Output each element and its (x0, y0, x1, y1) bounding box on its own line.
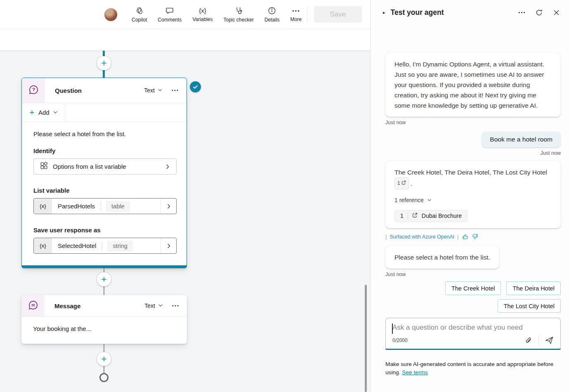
message-timestamp: Just now (385, 120, 561, 125)
divider: | (385, 234, 387, 240)
toolbar-item-copilot[interactable]: Copilot (132, 6, 147, 23)
suggested-actions-row: The Creek Hotel The Deira Hotel (385, 281, 561, 295)
identify-select[interactable]: Options from a list variable (33, 158, 177, 175)
message-more-button[interactable] (172, 305, 179, 307)
question-prompt-text[interactable]: Please select a hotel from the list. (33, 130, 177, 137)
chat-input[interactable] (392, 324, 554, 332)
toolbar-item-comments[interactable]: Comments (158, 6, 182, 23)
previous-node-cutoff (0, 29, 370, 51)
divider: | (457, 234, 458, 240)
chat-input-box: 0/2000 (385, 318, 561, 350)
reference-index: 1 (400, 211, 404, 221)
question-node[interactable]: ? Question Text (21, 78, 187, 268)
divider (538, 335, 539, 346)
ai-disclosure-row: | Surfaced with Azure OpenAI | (385, 233, 561, 240)
add-button[interactable]: Add (22, 103, 66, 122)
svg-text:?: ? (32, 87, 35, 92)
citation-number: 1 (397, 178, 400, 189)
toolbar-label: More (290, 17, 302, 22)
message-node-header: Message Text (21, 295, 187, 317)
chat-input-footer: 0/2000 (392, 335, 554, 346)
message-node-icon-cell (21, 295, 45, 316)
suggestion-lost-city-hotel[interactable]: The Lost City Hotel (498, 299, 561, 313)
attach-file-icon[interactable] (524, 336, 533, 345)
authoring-section: Copilot Comments {x} Variables (0, 0, 370, 392)
panel-more-button[interactable] (518, 12, 525, 14)
toolbar-label: Comments (158, 17, 182, 23)
toolbar-label: Copilot (132, 17, 147, 23)
topic-checker-icon (234, 6, 243, 15)
variables-icon: {x} (199, 7, 206, 15)
save-button[interactable]: Save (314, 6, 362, 23)
question-bubble-icon: ? (28, 84, 39, 97)
suggestion-deira-hotel[interactable]: The Deira Hotel (506, 281, 561, 295)
question-node-title: Question (55, 87, 144, 94)
details-icon (267, 6, 276, 15)
insert-node-button[interactable] (97, 272, 111, 286)
save-response-label: Save user response as (33, 227, 177, 234)
chevron-down-icon (427, 195, 432, 205)
insert-node-button[interactable] (97, 56, 111, 70)
message-body-text[interactable]: Your booking at the... (21, 317, 187, 332)
message-bubble-icon (28, 300, 39, 312)
variable-token-icon: {x} (34, 198, 52, 214)
save-response-type-badge: string (107, 241, 132, 251)
chevron-right-icon (165, 164, 170, 170)
save-response-field[interactable]: {x} SelectedHotel string (33, 238, 177, 254)
node-saved-check-icon (190, 81, 201, 92)
surfaced-with-azure-link[interactable]: Surfaced with Azure OpenAI (390, 234, 454, 240)
citation-suffix: . (411, 180, 412, 187)
toolbar-item-topic-checker[interactable]: Topic checker (224, 6, 254, 23)
external-link-icon (401, 178, 406, 189)
bot-hotels-message: The Creek Hotel, The Deira Hotel, The Lo… (385, 161, 561, 228)
chevron-down-icon (158, 302, 163, 309)
reference-label: Dubai Brochure (422, 211, 462, 221)
canvas-scrollbar[interactable] (365, 285, 367, 392)
external-link-icon (412, 211, 418, 221)
message-node[interactable]: Message Text Your booking at the... (21, 295, 187, 344)
toolbar-label: Topic checker (224, 17, 254, 23)
send-message-icon[interactable] (545, 336, 554, 345)
toolbar-item-details[interactable]: Details (264, 6, 280, 23)
question-type-dropdown[interactable]: Text (144, 87, 163, 94)
chevron-down-icon (158, 87, 163, 94)
citation-chip[interactable]: 1 (394, 177, 409, 189)
close-panel-icon[interactable] (553, 9, 560, 16)
reference-toggle[interactable]: 1 reference (394, 195, 552, 205)
list-variable-field[interactable]: {x} ParsedHotels table (33, 198, 177, 214)
character-counter: 0/2000 (392, 338, 408, 343)
bot-greeting-message: Hello, I'm Dynamic Options Agent, a virt… (385, 53, 561, 117)
question-add-row: Add (22, 103, 187, 122)
list-variable-name: ParsedHotels (52, 203, 101, 210)
comments-icon (165, 6, 174, 15)
chevron-right-icon[interactable] (161, 198, 176, 214)
toolbar-item-variables[interactable]: {x} Variables (192, 7, 212, 22)
thumbs-down-icon[interactable] (472, 233, 479, 240)
question-type-value: Text (144, 87, 155, 94)
restart-conversation-icon[interactable] (535, 9, 543, 17)
message-timestamp: Just now (385, 272, 561, 277)
top-toolbar: Copilot Comments {x} Variables (0, 0, 370, 29)
toolbar-item-more[interactable]: More (290, 7, 302, 22)
chevron-right-icon[interactable] (161, 238, 176, 253)
toolbar-divider (307, 7, 307, 22)
message-timestamp: Just now (385, 150, 561, 156)
chat-transcript: Hello, I'm Dynamic Options Agent, a virt… (371, 25, 569, 392)
suggestion-creek-hotel[interactable]: The Creek Hotel (445, 281, 501, 295)
thumbs-up-icon[interactable] (462, 233, 469, 240)
see-terms-link[interactable]: See terms (402, 369, 427, 375)
bot-question-message: Please select a hotel from the list. (385, 246, 499, 269)
hotels-text: The Creek Hotel, The Deira Hotel, The Lo… (394, 169, 547, 176)
copilot-icon (135, 6, 144, 15)
variable-token-icon: {x} (34, 238, 52, 253)
collapse-panel-icon[interactable]: ▸ (383, 10, 385, 15)
insert-node-button[interactable] (97, 352, 111, 366)
question-more-button[interactable] (172, 90, 178, 91)
toolbar-label: Details (264, 17, 280, 23)
user-avatar[interactable] (104, 8, 117, 21)
reference-toggle-label: 1 reference (394, 195, 424, 205)
reference-chip[interactable]: 1 Dubai Brochure (394, 210, 467, 222)
test-panel-header: ▸ Test your agent (371, 0, 569, 25)
message-type-value: Text (144, 302, 155, 309)
message-type-dropdown[interactable]: Text (144, 302, 163, 309)
